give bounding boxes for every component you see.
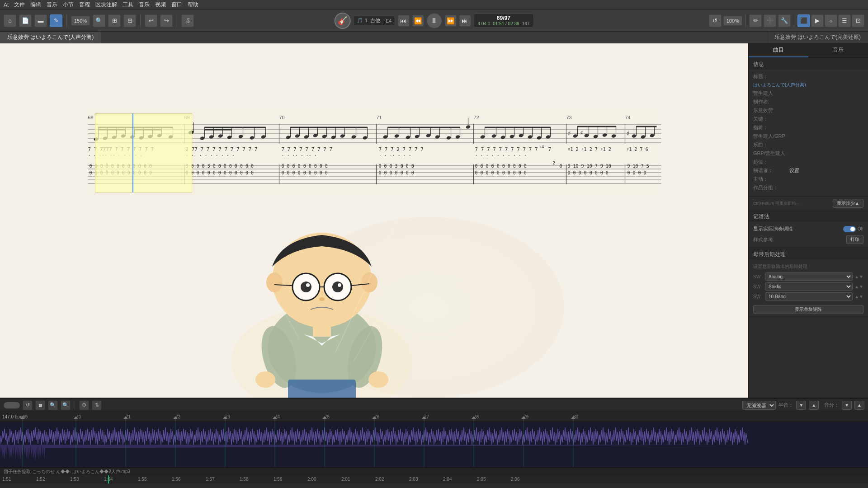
svg-point-3 [266,272,283,292]
title-row: 标题： [753,73,863,80]
svg-text:2:04: 2:04 [443,477,452,482]
tab-music[interactable]: 音乐 [808,43,868,57]
view-btn5[interactable]: ⊡ [852,14,864,27]
actual-tuning-toggle[interactable]: Off [843,226,863,232]
scroll-view-button[interactable]: ▬ [34,14,47,27]
key-label: 关键： [753,116,789,122]
notes-row: 制作者: [753,99,863,105]
key-display: E4 [386,18,392,23]
home-button[interactable]: ⌂ [4,14,16,27]
mastering-arrow-3[interactable]: ▲▼ [854,294,863,299]
svg-text:· · · · · · · · · ·: · · · · · · · · · · [475,153,527,158]
menu-app-name: At [4,2,9,8]
menu-interval[interactable]: 音程 [79,1,90,9]
zoom-level[interactable]: 150% [71,16,90,26]
capo-label: 指将： [753,124,789,131]
info-section-header: 信息 [749,58,868,70]
half-tone-up[interactable]: ▲ [809,401,819,410]
menu-music2[interactable]: 音乐 [139,1,150,9]
mastering-arrow-2[interactable]: ▲▼ [854,284,863,289]
show-single-block-button[interactable]: 显示单块矩阵 [753,305,863,314]
menu-music[interactable]: 音乐 [47,1,57,9]
cents-up[interactable]: ▲ [854,401,864,410]
svg-text:70: 70 [279,115,285,120]
notation-section: 显示实际演奏调性 Off 样式参考 打印 [749,222,868,248]
svg-text:1:59: 1:59 [274,477,283,482]
zoom-out-button[interactable]: 🔍 [93,14,105,27]
view-btn3[interactable]: ⬦ [825,14,837,27]
menu-annotation[interactable]: 区块注解 [95,1,117,9]
svg-text:2:06: 2:06 [511,477,520,482]
mastering-select-3[interactable]: 10-Band [765,292,853,300]
menu-section[interactable]: 小节 [63,1,74,9]
view-btn1[interactable]: ⬛ [797,14,810,27]
svg-text:71: 71 [377,115,382,120]
instrument-name: 1. 吉他 [365,17,380,24]
tab-track[interactable]: 曲目 [749,43,808,57]
print-button[interactable]: 🖨 [181,14,194,27]
tool-r1[interactable]: ↺ [709,14,722,27]
go-end-button[interactable]: ⏭ [459,15,471,27]
waveform-area[interactable] [0,422,868,467]
svg-text:1:57: 1:57 [206,477,215,482]
svg-text:0 0 0 0 0 0 0 0 0: 0 0 0 0 0 0 0 0 0 [282,170,328,175]
tool-r4[interactable]: 🔧 [778,14,791,27]
layout1-button[interactable]: ⊞ [108,14,121,27]
zoom-out-bottom[interactable]: 🔍 [61,400,71,410]
half-tone-down[interactable]: ▼ [796,401,806,410]
zoom-in-bottom[interactable]: 🔍 [48,400,58,410]
menu-tools[interactable]: 工具 [123,1,133,9]
menu-bar: At 文件 编辑 音乐 小节 音程 区块注解 工具 音乐 视频 窗口 帮助 [0,0,868,10]
style-print-button[interactable]: 打印 [846,235,863,244]
position-label: 起位： [753,159,789,165]
sep-r2 [794,14,794,27]
menu-help[interactable]: 帮助 [188,1,198,9]
go-start-button[interactable]: ⏮ [397,15,409,27]
rewind-button[interactable]: ⏪ [412,15,424,27]
mastering-row-1: SW Analog ▲▼ [753,272,863,281]
sort-bottom[interactable]: ⇅ [92,400,102,410]
key-row: 关键： [753,116,863,122]
tab-right[interactable]: 乐意效劳 はいよろこんで(完美还原) [767,32,868,43]
undo-button[interactable]: ↩ [145,14,157,27]
record-button[interactable]: ⏹ [35,400,45,410]
play-pause-button[interactable]: ⏸ [426,13,442,28]
edit-mode-button[interactable]: ✎ [50,14,62,27]
view-btn2[interactable]: ▶ [811,14,824,27]
menu-video[interactable]: 视频 [155,1,166,9]
cents-down[interactable]: ▼ [842,401,852,410]
score-area[interactable]: 68 69 70 71 72 73 74 [0,43,748,398]
show-more-button[interactable]: 显示技少▲ [833,199,863,208]
menu-window[interactable]: 窗口 [171,1,182,9]
grade-row: 主动： [753,176,863,183]
mastering-select-1[interactable]: Analog [765,272,853,281]
mastering-select-2[interactable]: Studio [765,282,853,291]
view-btn4[interactable]: ☰ [838,14,851,27]
effects-label: 乐意效劳 [753,107,789,114]
loop-button[interactable]: ↺ [23,400,33,410]
transport-controls: 🎸 🎵 1. 吉他 E4 ⏮ ⏪ ⏸ ⏩ ⏭ 69/97 4.04.0 01:5… [335,13,534,29]
tab-left[interactable]: 乐意效劳 はいよろこんで(人声分离) [0,32,101,43]
svg-text:♯: ♯ [627,130,630,137]
svg-point-14 [319,297,325,301]
mastering-arrow-1[interactable]: ▲▼ [854,274,863,279]
svg-text:0 0 0 3 0 0 0: 0 0 0 3 0 0 0 [379,164,414,169]
layout2-button[interactable]: ⊟ [123,14,136,27]
svg-rect-20 [288,380,356,398]
menu-file[interactable]: 文件 [14,1,25,9]
redo-button[interactable]: ↪ [160,14,173,27]
page-view-button[interactable]: 📄 [19,14,32,27]
plus-tool[interactable]: ➕ [764,14,776,27]
svg-point-4 [361,272,377,292]
svg-text:9 10 7  5: 9 10 7 5 [627,164,649,169]
toggle-track[interactable] [843,226,856,232]
toggle-playback[interactable] [4,402,20,408]
main-area: 68 69 70 71 72 73 74 [0,43,868,398]
menu-edit[interactable]: 编辑 [30,1,41,9]
svg-text:2:03: 2:03 [409,477,418,482]
pencil-tool[interactable]: ✏ [749,14,762,27]
fast-forward-button[interactable]: ⏩ [444,15,456,27]
settings-bottom[interactable]: ⚙ [79,400,89,410]
filter-select[interactable]: 无滤波器 [742,401,776,410]
svg-text:· · ·· · ·· ·: · · ·· · ·· · [282,153,317,158]
